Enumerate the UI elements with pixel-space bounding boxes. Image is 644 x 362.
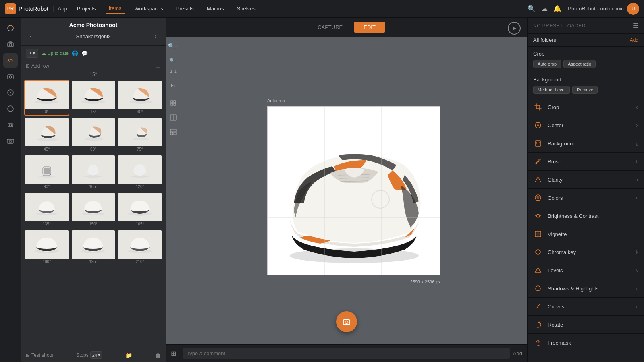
method-level-btn[interactable]: Method: Level (533, 86, 570, 94)
comment-input[interactable] (183, 348, 510, 359)
bell-icon[interactable]: 🔔 (553, 5, 561, 12)
comment-add-btn[interactable]: Add (513, 350, 522, 356)
delete-btn[interactable]: 🗑 (155, 352, 161, 358)
auto-crop-btn[interactable]: Auto crop (533, 60, 561, 68)
shot-thumb-0[interactable]: 0° (24, 80, 69, 116)
menu-item-curves[interactable]: Curves u (528, 298, 644, 316)
status-badge: ☁ Up-to-date (42, 51, 69, 56)
menu-item-brush[interactable]: Brush b (528, 153, 644, 171)
sidebar-item-circle[interactable] (3, 85, 18, 100)
menu-item-levels[interactable]: Levels v (528, 261, 644, 279)
background-section-title: Background (533, 77, 638, 83)
layout-btn[interactable] (168, 126, 179, 138)
shot-label-195: 195° (72, 259, 115, 265)
zoom-in-btn[interactable]: 🔍+ (168, 40, 179, 52)
play-btn[interactable]: ▶ (508, 22, 521, 35)
canvas-view: 🔍+ 🔍- 1-1 Fit Autocrop (166, 37, 527, 344)
menu-item-chroma[interactable]: Chroma key k (528, 243, 644, 261)
shot-thumb-75[interactable]: 75° (117, 117, 162, 153)
shot-thumb-120[interactable]: 120° (117, 155, 162, 190)
svg-point-8 (8, 106, 13, 112)
panel-menu-icon[interactable]: ☰ (633, 22, 638, 29)
tab-capture-btn[interactable]: CAPTURE (308, 22, 352, 33)
menu-item-clarity[interactable]: Clarity r (528, 171, 644, 189)
nav-user[interactable]: PhotoRobot - unitechnic U (568, 3, 639, 15)
shot-thumb-15[interactable]: 15° (71, 80, 116, 116)
tab-edit-btn[interactable]: EDIT (354, 22, 385, 33)
menu-label-colors: Colors (548, 195, 631, 201)
row-options-btn[interactable]: ☰ (156, 63, 161, 69)
shot-thumb-180[interactable]: 180° (24, 230, 69, 265)
shot-thumb-105[interactable]: 105° (71, 155, 116, 190)
menu-label-chroma: Chroma key (548, 249, 632, 255)
stops-select[interactable]: 24 ▾ (90, 351, 102, 359)
nav-macros[interactable]: Macros (204, 4, 227, 13)
sidebar-item-camera2[interactable] (3, 69, 18, 84)
svg-rect-21 (44, 168, 50, 174)
menu-shortcut-background: g (636, 141, 638, 146)
cloud-icon[interactable]: ☁ (541, 5, 548, 12)
svg-marker-77 (538, 321, 540, 324)
nav-items[interactable]: Items (106, 4, 125, 14)
sidebar-item-camera4[interactable] (3, 134, 18, 148)
folders-bar: All folders + Add (528, 34, 644, 47)
shot-thumb-150[interactable]: 150° (71, 192, 116, 228)
menu-item-vignette[interactable]: Vignette (528, 225, 644, 243)
layout-toggle-icon[interactable]: ⊞ (171, 350, 176, 357)
globe-icon[interactable]: 🌐 (72, 50, 78, 56)
shot-nav-next[interactable]: › (152, 31, 159, 41)
freemask-icon (533, 338, 543, 348)
split-view-btn[interactable] (168, 112, 179, 123)
sidebar-item-spin[interactable] (3, 21, 18, 35)
menu-item-brightness[interactable]: Brightness & Contrast (528, 207, 644, 225)
menu-item-colors[interactable]: Colors n (528, 189, 644, 207)
aspect-ratio-btn[interactable]: Aspect ratio (563, 60, 596, 68)
canvas-frame[interactable] (267, 106, 440, 275)
sidebar-item-camera1[interactable] (3, 37, 18, 52)
capture-fab[interactable] (336, 311, 357, 332)
shot-thumb-45[interactable]: 45° (24, 117, 69, 153)
shot-thumb-165[interactable]: 165° (117, 192, 162, 228)
zoom-out-btn[interactable]: 🔍- (168, 55, 179, 66)
new-shot-btn[interactable]: + ▾ (26, 49, 38, 58)
menu-label-brush: Brush (548, 159, 631, 165)
sidebar-item-camera3[interactable] (3, 118, 18, 132)
shot-thumb-30[interactable]: 30° (117, 80, 162, 116)
add-row-btn[interactable]: ⊞ Add row (26, 63, 49, 69)
shot-nav-prev[interactable]: ‹ (27, 31, 34, 41)
shot-thumb-60[interactable]: 60° (71, 117, 116, 153)
folder-btn[interactable]: 📁 (125, 352, 132, 358)
remove-btn[interactable]: Remove (572, 86, 598, 94)
search-icon[interactable]: 🔍 (528, 5, 536, 12)
menu-item-shadows[interactable]: Shadows & Highlights d (528, 279, 644, 298)
sidebar-item-3d[interactable]: 3D (3, 53, 18, 68)
menu-item-crop[interactable]: Crop c (528, 98, 644, 116)
svg-text:3D: 3D (7, 58, 13, 63)
nav-projects[interactable]: Projects (74, 4, 99, 13)
svg-point-58 (536, 196, 538, 198)
nav-workspaces[interactable]: Workspaces (131, 4, 166, 13)
comment-icon[interactable]: 💬 (81, 50, 88, 56)
menu-item-freemask[interactable]: Freemask (528, 334, 644, 352)
nav-app-label[interactable]: App (58, 6, 67, 12)
shot-thumb-195[interactable]: 195° (71, 230, 116, 265)
shot-label-180: 180° (25, 259, 69, 265)
menu-item-rotate[interactable]: Rotate (528, 316, 644, 334)
svg-marker-72 (535, 268, 541, 272)
shot-thumb-210[interactable]: 210° (117, 230, 162, 265)
logo: PR PhotoRobot | App (5, 3, 67, 14)
autocrop-label: Autocrop (267, 98, 285, 103)
svg-rect-32 (171, 103, 173, 105)
zoom-fit[interactable]: Fit (171, 83, 176, 88)
sidebar-item-brush[interactable] (3, 101, 18, 116)
grid-tool-btn[interactable] (168, 97, 179, 109)
menu-item-background[interactable]: Background g (528, 134, 644, 153)
menu-label-curves: Curves (548, 304, 631, 310)
menu-item-center[interactable]: Center x (528, 116, 644, 134)
nav-presets[interactable]: Presets (173, 4, 197, 13)
nav-shelves[interactable]: Shelves (234, 4, 259, 13)
add-folder-btn[interactable]: + Add (626, 37, 638, 43)
zoom-1-1[interactable]: 1-1 (170, 69, 177, 74)
shot-thumb-135[interactable]: 135° (24, 192, 69, 228)
shot-thumb-90[interactable]: 90° (24, 155, 69, 190)
